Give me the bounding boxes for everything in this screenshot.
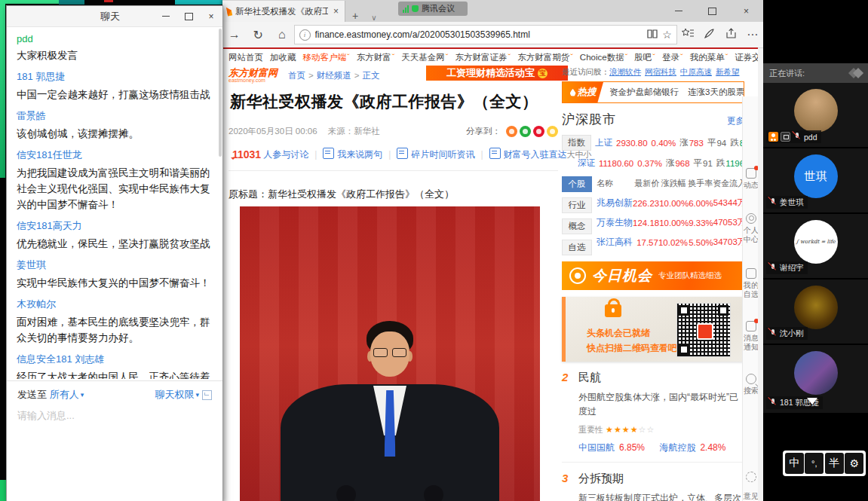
share-icon[interactable] — [720, 28, 742, 41]
float-search[interactable]: 搜索 — [743, 374, 758, 396]
topic-stock-link[interactable]: 海航控股 — [659, 442, 695, 453]
minimize-button[interactable] — [661, 0, 695, 22]
today-opportunity-banner[interactable]: 今日机会 专业团队精选细选 — [562, 261, 744, 290]
recent-link[interactable]: 中原高速 — [680, 67, 712, 76]
share-favorite-icon[interactable] — [547, 126, 558, 137]
topic-item[interactable]: 2 民航 外围航空股集体大涨，国内“最坏时光”已度过 重要性 ★★★★☆☆ 中国… — [562, 371, 744, 463]
topic-name[interactable]: 民航 — [578, 371, 601, 385]
index-tab[interactable]: 指数 — [562, 135, 591, 151]
home-button[interactable]: ⌂ — [270, 28, 294, 41]
nav-futures[interactable]: 东方财富期货 — [517, 52, 573, 63]
recent-link[interactable]: 浪潮软件 — [609, 67, 641, 76]
crumb-home[interactable]: 首页 — [288, 71, 305, 80]
chat-close-button[interactable]: × — [200, 6, 222, 26]
recent-link[interactable]: 网宿科技 — [645, 67, 676, 76]
new-tab-button[interactable]: + — [345, 10, 365, 22]
listen-news-link[interactable]: 碎片时间听资讯 — [397, 148, 474, 161]
hot-item[interactable]: 连涨3天的股票 — [688, 87, 744, 98]
video-tile[interactable]: pdd — [763, 83, 868, 148]
mic-muted-icon — [793, 132, 802, 142]
comment-count-suffix[interactable]: 人参与讨论 — [263, 148, 308, 161]
float-messages[interactable]: 消息通知 — [743, 321, 758, 352]
scroll-down-arrow-icon[interactable] — [807, 398, 817, 410]
chat-permission-selector[interactable]: 聊天权限 — [155, 388, 194, 402]
topic-name[interactable]: 分拆预期 — [578, 472, 624, 486]
tencent-meeting-pill[interactable]: 腾讯会议 — [398, 2, 468, 16]
eastmoney-logo[interactable]: 东方财富网 eastmoney.com — [229, 68, 278, 83]
stock-row[interactable]: 兆易创新 226.23 10.00% 6.00% 54344万 — [597, 196, 746, 210]
hot-item[interactable]: 资金护盘邮储银行 — [609, 87, 679, 98]
float-settings[interactable] — [743, 472, 758, 484]
topic-stock-link[interactable]: 中国国航 — [578, 442, 615, 453]
nav-choice-data[interactable]: Choice数据 — [580, 52, 627, 63]
comment-count[interactable]: 11031 — [232, 148, 261, 160]
ime-toolbar: 中 °, 半 ⚙ — [783, 451, 866, 476]
ime-language-key[interactable]: 中 — [785, 453, 804, 474]
tab-close-icon[interactable]: × — [332, 6, 340, 17]
refresh-button[interactable]: ↻ — [247, 28, 271, 42]
nav-guba[interactable]: 股吧 — [634, 52, 655, 63]
chat-minimize-button[interactable] — [155, 6, 177, 26]
index-row-sz[interactable]: 深证 11180.60 0.37% 涨968 平91 跌1196 — [562, 157, 744, 169]
audio-icon — [397, 148, 408, 159]
forward-button[interactable]: → — [222, 28, 247, 41]
nav-login[interactable]: 登录 — [662, 52, 683, 63]
tab-watchlist[interactable]: 自选 — [562, 240, 592, 255]
share-eastmoney-icon[interactable] — [506, 126, 517, 137]
tab-preview-chevron-icon[interactable]: ∨ — [365, 14, 383, 22]
chat-input[interactable]: 请输入消息... — [17, 409, 212, 423]
video-tile[interactable]: ∫ workdt = life 谢绍宇 — [763, 214, 868, 280]
nav-home[interactable]: 网站首页 — [229, 52, 263, 63]
ime-settings-key[interactable]: ⚙ — [845, 453, 863, 474]
stock-row[interactable]: 万泰生物 124.18 10.00% 9.33% 47053万 — [597, 215, 746, 230]
nav-securities[interactable]: 东方财富证券 — [455, 52, 511, 63]
qr-ad-card[interactable]: 头条机会已就绪 快点扫描二维码查看吧！ — [562, 297, 744, 362]
promo-banner[interactable]: 工资理财精选活动宝宝 — [426, 66, 568, 81]
nav-mobile-client[interactable]: 移动客户端 — [303, 52, 350, 63]
float-feedback[interactable]: 意见反馈 — [743, 492, 758, 501]
write-comment-link[interactable]: 我来说两句 — [323, 148, 382, 161]
favorites-hub-icon[interactable] — [677, 28, 699, 41]
float-profile[interactable]: 个人中心 — [743, 213, 758, 244]
video-tile[interactable]: 沈小刚 — [763, 280, 868, 345]
chat-scrollbar[interactable] — [219, 29, 222, 157]
stock-row[interactable]: 张江高科 17.57 10.02% 5.50% 34703万 — [597, 235, 746, 249]
chat-message-list[interactable]: pdd大家积极发言 181 郭思捷中国一定会越来越好，打赢这场疫情狙击战 雷景皓… — [7, 27, 222, 379]
crumb-channel[interactable]: 财经频道 — [317, 71, 351, 80]
ime-punctuation-key[interactable]: °, — [805, 453, 824, 474]
popout-icon[interactable] — [202, 390, 212, 400]
float-watchlist[interactable]: 我的自选 — [743, 268, 758, 299]
chat-maximize-button[interactable] — [177, 6, 200, 26]
tab-concept[interactable]: 概念 — [562, 218, 592, 234]
topic-desc: 新三板转板制度正式出炉，立体、多层次的资本市场体系由此贯通，分拆预期概念迎... — [578, 491, 744, 501]
nav-bookmark[interactable]: 加收藏 — [270, 52, 296, 63]
ime-width-key[interactable]: 半 — [825, 453, 844, 474]
maximize-button[interactable] — [695, 0, 729, 22]
reading-view-icon[interactable] — [647, 28, 658, 41]
tab-industry[interactable]: 行业 — [562, 197, 592, 213]
close-button[interactable]: × — [729, 0, 763, 22]
address-bar[interactable]: i finance.eastmoney.com/a/20200530150353… — [294, 25, 677, 44]
favorite-star-icon[interactable]: ☆ — [662, 29, 672, 41]
annotate-pen-icon[interactable] — [698, 28, 720, 41]
nav-fund[interactable]: 天天基金网 — [401, 52, 448, 63]
tab-stocks[interactable]: 个股 — [562, 176, 592, 192]
share-weibo-icon[interactable] — [533, 126, 544, 137]
site-info-icon[interactable]: i — [299, 29, 311, 41]
screen-share-icon — [781, 132, 790, 142]
float-dynamic[interactable]: 动态 — [743, 168, 758, 190]
recent-link[interactable]: 新希望 — [716, 67, 740, 76]
send-to-selector[interactable]: 所有人 — [50, 388, 79, 402]
caifuhao-link[interactable]: 财富号入驻直达 — [489, 148, 567, 161]
nav-my-menu[interactable]: 我的菜单 — [690, 52, 728, 63]
more-options-icon[interactable]: ⋯ — [741, 28, 763, 41]
video-tile[interactable]: 世琪 姜世琪 — [763, 148, 868, 214]
nav-stock-trade[interactable]: 证券交易 — [735, 52, 758, 63]
topic-item[interactable]: 3 分拆预期 新三板转板制度正式出炉，立体、多层次的资本市场体系由此贯通，分拆预… — [562, 472, 744, 501]
index-row-sh[interactable]: 指数 上证 2930.80 0.40% 涨783 平94 跌820 — [562, 135, 744, 151]
url-text[interactable]: finance.eastmoney.com/a/2020053015035399… — [315, 29, 643, 40]
nav-eastmoney[interactable]: 东方财富 — [357, 52, 395, 63]
hot-search-box[interactable]: 热搜 资金护盘邮储银行 连涨3天的股票 连涨 — [562, 81, 744, 103]
browser-tab[interactable]: 新华社受权播发《政府工 × — [222, 1, 345, 22]
share-wechat-icon[interactable] — [520, 126, 531, 137]
